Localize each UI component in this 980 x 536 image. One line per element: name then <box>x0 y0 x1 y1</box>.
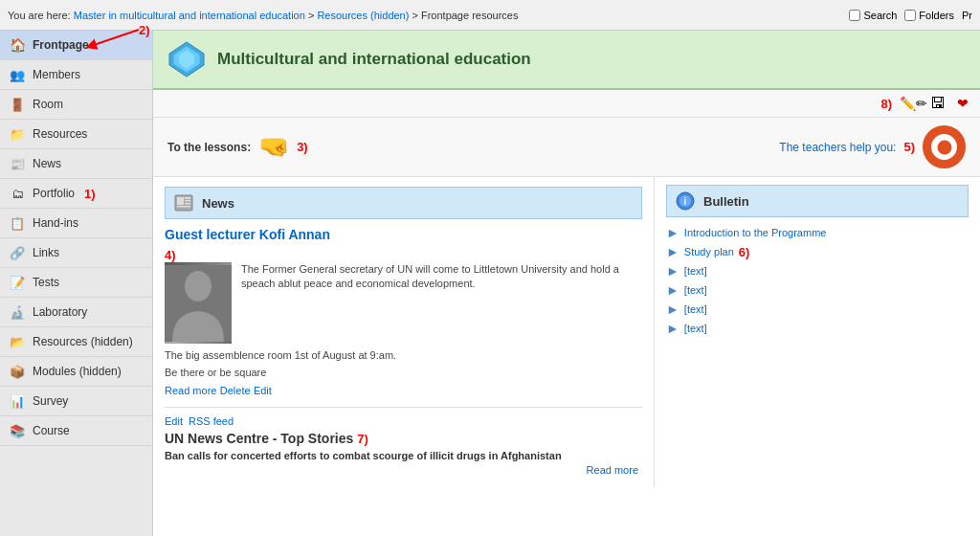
search-checkbox[interactable] <box>849 10 860 21</box>
breadcrumb-current: Frontpage resources <box>421 10 519 21</box>
content-area: Multicultural and international educatio… <box>153 31 980 536</box>
folders-checkbox[interactable] <box>904 10 916 21</box>
folders-checkbox-label[interactable]: Folders <box>904 10 954 21</box>
search-checkbox-label[interactable]: Search <box>849 10 897 21</box>
main-layout: Frontpage Members Room Resources News Po… <box>0 31 980 536</box>
hidden-resources-icon <box>8 332 27 351</box>
sidebar-item-tests[interactable]: Tests <box>0 268 152 298</box>
bulletin-item-1: ► Study plan 6) <box>666 244 969 259</box>
news-article-title[interactable]: Guest lecturer Kofi Annan <box>165 227 642 242</box>
news-photo <box>165 262 232 344</box>
sidebar-item-survey[interactable]: Survey <box>0 387 152 416</box>
members-icon <box>8 65 27 84</box>
sidebar-label-frontpage: Frontpage <box>33 38 89 52</box>
search-label: Search <box>863 10 897 21</box>
sidebar-item-members[interactable]: Members <box>0 60 152 90</box>
sidebar-label-portfolio: Portfolio <box>33 187 75 200</box>
sidebar-item-resources-hidden[interactable]: Resources (hidden) <box>0 327 152 357</box>
bulletin-section-header: i Bulletin <box>666 185 969 217</box>
svg-rect-6 <box>177 197 184 205</box>
sidebar-label-tests: Tests <box>33 276 59 289</box>
content-columns: News Guest lecturer Kofi Annan 4) <box>153 177 980 486</box>
course-icon <box>8 421 27 440</box>
svg-point-12 <box>185 271 212 302</box>
annotation-8: 8) <box>880 97 892 111</box>
sidebar-item-room[interactable]: Room <box>0 90 152 120</box>
edit-link[interactable]: Edit <box>254 385 272 396</box>
sidebar-label-resources-hidden: Resources (hidden) <box>33 335 133 348</box>
rss-header: Edit RSS feed <box>165 415 642 427</box>
breadcrumb-link2[interactable]: Resources (hidden) <box>317 10 409 21</box>
bulletin-text-4: [text] <box>684 303 707 315</box>
breadcrumb-link1[interactable]: Master in multicultural and internationa… <box>74 10 305 21</box>
bulletin-item-4: ► [text] <box>666 302 969 317</box>
annotation-1: 1) <box>84 187 96 201</box>
sidebar-item-frontpage[interactable]: Frontpage <box>0 31 152 60</box>
news-detail1: The big assemblence room 1st of August a… <box>165 349 642 361</box>
sidebar-item-laboratory[interactable]: Laboratory <box>0 298 152 327</box>
sidebar-label-modules-hidden: Modules (hidden) <box>33 365 122 378</box>
sidebar-label-news: News <box>33 157 61 170</box>
news-article: Guest lecturer Kofi Annan 4) The Former … <box>165 227 642 397</box>
sidebar-label-handins: Hand-ins <box>33 216 78 230</box>
rss-feed-link[interactable]: RSS feed <box>189 415 234 427</box>
lessons-icon[interactable]: 🤜 <box>258 132 289 162</box>
sidebar-item-modules-hidden[interactable]: Modules (hidden) <box>0 357 152 387</box>
news-section-header: News <box>165 187 642 219</box>
to-lessons-label: To the lessons: <box>167 141 251 154</box>
rss-read-more[interactable]: Read more <box>587 464 638 476</box>
sidebar-item-links[interactable]: Links <box>0 238 152 268</box>
edit-icon[interactable]: ✏ <box>903 94 923 113</box>
news-icon <box>8 154 27 173</box>
svg-rect-7 <box>185 197 190 199</box>
folders-label: Folders <box>919 10 954 21</box>
news-body: The Former General secretary of UN will … <box>165 262 642 344</box>
tools-row: To the lessons: 🤜 3) The teachers help y… <box>153 118 980 177</box>
rss-edit-link[interactable]: Edit <box>165 415 183 427</box>
save-icon[interactable]: 🖫 <box>928 94 947 113</box>
portfolio-icon <box>8 184 27 203</box>
teachers-help-label: The teachers help you: <box>779 141 896 154</box>
bulletin-arrow-5: ► <box>666 321 679 336</box>
bulletin-header-title: Bulletin <box>703 194 749 209</box>
bulletin-item-0: ► Introduction to the Programme <box>666 225 969 240</box>
sidebar-label-laboratory: Laboratory <box>33 305 87 319</box>
rss-article[interactable]: Ban calls for concerted efforts to comba… <box>165 450 642 461</box>
action-icons-row: 8) ✏ 🖫 ❤ <box>153 90 980 118</box>
sidebar-item-news[interactable]: News <box>0 149 152 179</box>
bulletin-icon: i <box>675 190 696 212</box>
sidebar-label-course: Course <box>33 424 70 437</box>
news-article-body: The Former General secretary of UN will … <box>241 262 642 344</box>
bulletin-text-3: [text] <box>684 284 707 296</box>
sidebar-item-resources[interactable]: Resources <box>0 120 152 149</box>
room-icon <box>8 95 27 114</box>
news-links: Read more Delete Edit <box>165 384 642 397</box>
annotation-3: 3) <box>297 140 308 154</box>
course-banner-title: Multicultural and international educatio… <box>217 50 531 69</box>
bulletin-link-1[interactable]: Study plan <box>684 246 734 257</box>
svg-rect-9 <box>185 203 190 205</box>
annotation-5: 5) <box>903 140 915 154</box>
tests-icon <box>8 273 27 292</box>
bulletin-arrow-0: ► <box>666 225 679 240</box>
bulletin-arrow-3: ► <box>666 282 679 298</box>
bulletin-link-0[interactable]: Introduction to the Programme <box>684 227 827 238</box>
lifesaver-icon[interactable] <box>923 125 966 168</box>
heart-icon[interactable]: ❤ <box>953 94 972 113</box>
annotation-7: 7) <box>357 432 368 446</box>
sidebar-item-portfolio[interactable]: Portfolio 1) <box>0 179 152 209</box>
top-actions: Search Folders Pr <box>849 10 972 21</box>
resources-icon <box>8 124 27 144</box>
left-column: News Guest lecturer Kofi Annan 4) <box>153 177 655 486</box>
news-detail2: Be there or be square <box>165 367 642 378</box>
sidebar-item-handins[interactable]: Hand-ins <box>0 209 152 238</box>
sidebar-item-course[interactable]: Course <box>0 416 152 446</box>
read-more-link[interactable]: Read more <box>165 385 216 396</box>
breadcrumb-prefix: You are here: <box>8 10 71 21</box>
bulletin-arrow-2: ► <box>666 263 679 279</box>
course-logo <box>167 40 206 78</box>
handins-icon <box>8 213 27 233</box>
pr-label: Pr <box>962 10 972 21</box>
delete-link[interactable]: Delete <box>220 385 251 396</box>
bulletin-arrow-1: ► <box>666 244 679 259</box>
